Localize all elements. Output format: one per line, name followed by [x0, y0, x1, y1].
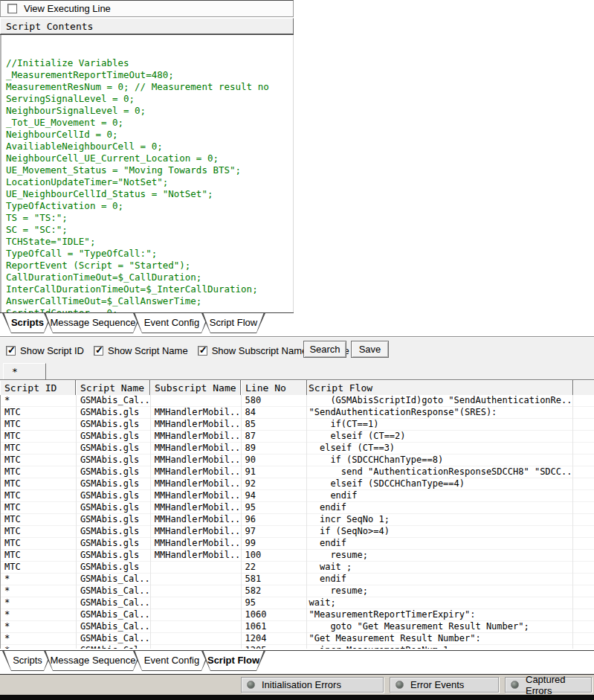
script-code-line: ScriptIdCounter = 0;	[6, 307, 293, 312]
tab-item[interactable]: Event Config	[133, 313, 210, 333]
table-row[interactable]: * GSMAbis_Cal... 582 resume;	[1, 585, 594, 597]
cell-spacer	[573, 645, 594, 649]
tab-item[interactable]: Event Config	[133, 651, 210, 671]
status-led-icon	[247, 681, 255, 689]
filter-checkbox-label: Show Subscript Name	[212, 345, 308, 356]
tab-item[interactable]: Message Sequence	[44, 651, 142, 671]
search-button[interactable]: Search	[303, 341, 346, 358]
cell-script-id: MTC	[1, 490, 77, 502]
script-code-line: InterCallDurationTimeOut=$_InterCallDura…	[6, 283, 293, 295]
table-row[interactable]: MTC GSMAbis.gls MMHandlerMobil... 90 if …	[1, 455, 594, 466]
cell-script-name: GSMAbis.gls	[77, 443, 151, 455]
table-row[interactable]: * GSMAbis_Cal... 1060 "MeasurementReport…	[1, 609, 594, 621]
table-row[interactable]: MTC GSMAbis.gls MMHandlerMobil... 89 els…	[1, 443, 594, 455]
table-row[interactable]: MTC GSMAbis.gls MMHandlerMobil... 87 els…	[1, 431, 594, 443]
cell-script-flow: endif	[307, 574, 573, 585]
table-row[interactable]: MTC GSMAbis.gls MMHandlerMobil... 92 els…	[1, 478, 594, 490]
column-header-script-name[interactable]: Script Name	[76, 380, 150, 396]
script-selector-tab[interactable]: *	[3, 363, 46, 380]
script-flow-table[interactable]: * GSMAbis_Cal... 580 (GSMAbisScriptId)go…	[0, 395, 594, 649]
cell-script-flow: elseif (CT==2)	[307, 431, 573, 443]
table-row[interactable]: MTC GSMAbis.gls 22 wait ;	[1, 562, 594, 574]
script-code-line: LocationUpdateTimer="NotSet";	[6, 176, 293, 188]
cell-line-no: 94	[242, 490, 308, 502]
cell-script-id: MTC	[1, 466, 77, 478]
cell-script-name: GSMAbis.gls	[77, 455, 151, 466]
cell-script-flow: if (SeqNo>=4)	[307, 526, 573, 538]
cell-script-name: GSMAbis.gls	[77, 431, 151, 443]
cell-script-id: *	[1, 645, 77, 649]
script-code-line: NeighbourSignalLevel = 0;	[6, 105, 293, 117]
flow-pane-tabbar: Scripts Message Sequence Event Config Sc…	[0, 650, 594, 674]
status-indicator[interactable]: Error Events	[390, 677, 499, 693]
cell-line-no: 92	[242, 478, 308, 490]
tab-label: Script Flow	[201, 651, 265, 666]
cell-script-id: MTC	[1, 455, 77, 466]
table-row[interactable]: MTC GSMAbis.gls MMHandlerMobil... 100 re…	[1, 550, 594, 562]
cell-script-flow: elseif (CT==3)	[307, 443, 573, 455]
cell-line-no: 580	[242, 395, 308, 407]
cell-line-no: 95	[242, 502, 308, 514]
cell-line-no: 1060	[242, 609, 308, 621]
table-row[interactable]: * GSMAbis_Cal... 580 (GSMAbisScriptId)go…	[1, 395, 594, 407]
script-contents-panel[interactable]: //Initialize Variables _MeasurementRepor…	[0, 35, 294, 312]
column-header-spacer	[573, 380, 594, 396]
script-flow-toolbar: Show Script ID Show Script Name Show Sub…	[0, 336, 594, 379]
cell-line-no: 96	[242, 514, 308, 526]
cell-line-no: 581	[242, 574, 308, 585]
status-indicator[interactable]: Captured Errors	[505, 677, 592, 693]
status-led-icon	[396, 681, 404, 689]
filter-checkbox[interactable]	[6, 346, 16, 356]
cell-subscript-name	[151, 574, 242, 585]
cell-script-name: GSMAbis_Cal...	[77, 645, 151, 649]
cell-spacer	[573, 502, 594, 514]
table-row[interactable]: MTC GSMAbis.gls MMHandlerMobil... 85 if(…	[1, 419, 594, 431]
script-contents-header: Script Contents	[0, 18, 294, 34]
table-row[interactable]: * GSMAbis_Cal... 1061 goto "Get Measurem…	[1, 621, 594, 633]
cell-script-flow: resume;	[307, 550, 573, 562]
tab-item[interactable]: Script Flow	[201, 313, 265, 333]
cell-script-id: MTC	[1, 526, 77, 538]
column-header-line-no[interactable]: Line No	[241, 380, 307, 396]
table-row[interactable]: MTC GSMAbis.gls MMHandlerMobil... 91 sen…	[1, 466, 594, 478]
table-row[interactable]: * GSMAbis_Cal... 581 endif	[1, 574, 594, 585]
column-header-subscript-name[interactable]: Subscript Name	[150, 380, 241, 396]
script-code-line: TypeOfCall = "TypeOfCall:";	[6, 248, 293, 260]
table-row[interactable]: * GSMAbis_Cal... 1204 "Get Measurement R…	[1, 633, 594, 645]
table-row[interactable]: MTC GSMAbis.gls MMHandlerMobil... 96 inc…	[1, 514, 594, 526]
cell-line-no: 89	[242, 443, 308, 455]
script-code-line: CallDurationTimeOut=$_CallDuration;	[6, 272, 293, 283]
cell-script-name: GSMAbis_Cal...	[77, 621, 151, 633]
filter-checkbox-group: Show Script Name	[94, 345, 188, 356]
script-code-line: TS = "TS:";	[6, 212, 293, 224]
table-row[interactable]: MTC GSMAbis.gls MMHandlerMobil... 99 end…	[1, 538, 594, 550]
cell-script-flow: elseif (SDCCHChanType==4)	[307, 478, 573, 490]
view-executing-line-label: View Executing Line	[24, 3, 111, 14]
cell-script-flow: wait ;	[307, 562, 573, 574]
table-row[interactable]: MTC GSMAbis.gls MMHandlerMobil... 95 end…	[1, 502, 594, 514]
cell-spacer	[573, 562, 594, 574]
cell-spacer	[573, 455, 594, 466]
status-indicator[interactable]: Initialisation Errors	[241, 677, 384, 693]
table-row[interactable]: MTC GSMAbis.gls MMHandlerMobil... 97 if …	[1, 526, 594, 538]
column-header-script-flow[interactable]: Script Flow	[307, 380, 573, 396]
table-row[interactable]: * GSMAbis_Cal... 1205 incr MeasurementRe…	[1, 645, 594, 649]
cell-line-no: 84	[242, 407, 308, 419]
cell-script-flow: (GSMAbisScriptId)goto "SendAuthenticatio…	[307, 395, 573, 407]
cell-spacer	[573, 443, 594, 455]
table-row[interactable]: MTC GSMAbis.gls MMHandlerMobil... 84 "Se…	[1, 407, 594, 419]
filter-bar: Show Script ID Show Script Name Show Sub…	[0, 338, 594, 362]
tab-item[interactable]: Message Sequence	[44, 313, 142, 333]
filter-checkbox[interactable]	[94, 346, 103, 356]
table-row[interactable]: MTC GSMAbis.gls MMHandlerMobil... 94 end…	[1, 490, 594, 502]
window-bottom-edge	[0, 695, 594, 700]
cell-spacer	[573, 466, 594, 478]
view-executing-line-checkbox[interactable]	[7, 4, 17, 13]
cell-spacer	[573, 490, 594, 502]
save-button[interactable]: Save	[351, 341, 389, 358]
cell-script-id: MTC	[1, 562, 77, 574]
tab-item[interactable]: Script Flow	[201, 651, 265, 671]
filter-checkbox[interactable]	[198, 346, 207, 356]
column-header-script-id[interactable]: Script ID	[0, 380, 76, 396]
table-row[interactable]: * GSMAbis_Cal... 95 wait;	[1, 597, 594, 609]
